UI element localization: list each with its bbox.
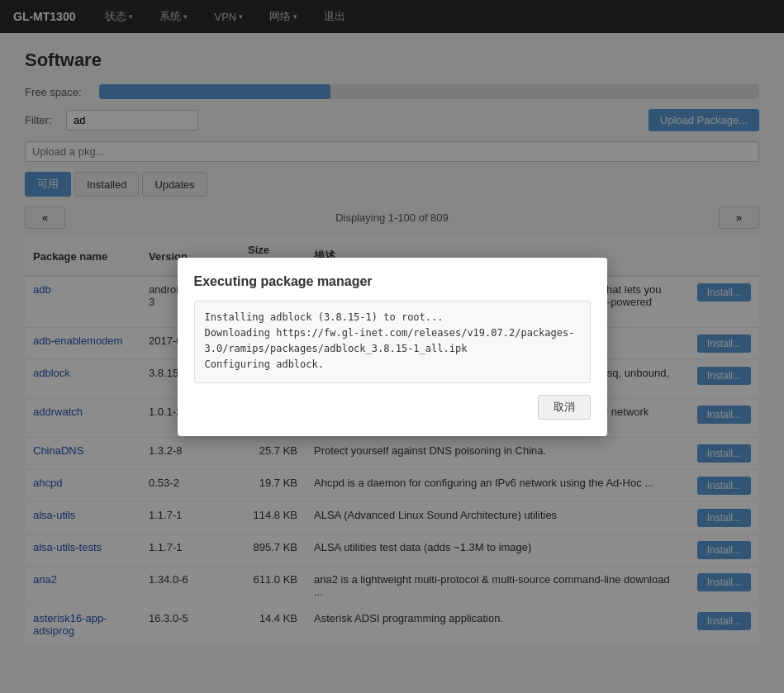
cancel-button[interactable]: 取消	[538, 395, 591, 420]
modal-overlay: Executing package manager Installing adb…	[0, 0, 784, 661]
modal-title: Executing package manager	[194, 274, 591, 289]
modal-footer: 取消	[194, 395, 591, 420]
executing-modal: Executing package manager Installing adb…	[178, 258, 607, 436]
modal-log: Installing adblock (3.8.15-1) to root...…	[194, 301, 591, 383]
